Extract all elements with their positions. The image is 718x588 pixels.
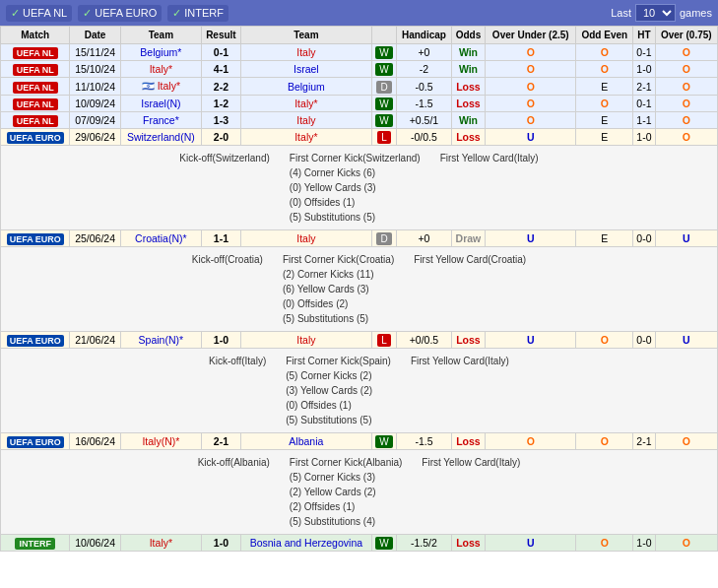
ht-cell: 1-0 bbox=[633, 535, 656, 552]
team1-cell: Italy* bbox=[120, 61, 201, 78]
col-match: Match bbox=[1, 27, 70, 44]
match-type-cell: UEFA EURO bbox=[1, 332, 70, 349]
detail-row: Kick-off(Italy) First Corner Kick(Spain)… bbox=[1, 349, 718, 433]
oe-cell: E bbox=[576, 230, 633, 247]
col-oe: Odd Even bbox=[576, 27, 633, 44]
ou-cell: O bbox=[486, 61, 576, 78]
date-cell: 10/09/24 bbox=[70, 96, 120, 112]
handicap-cell: +0/0.5 bbox=[397, 332, 452, 349]
kickoff-col: Kick-off(Croatia) bbox=[192, 252, 263, 326]
handicap-cell: +0 bbox=[397, 230, 452, 247]
table-row: UEFA NL 07/09/24 France* 1-3 Italy W +0.… bbox=[1, 112, 718, 129]
wdl-cell: L bbox=[372, 129, 397, 146]
oe-cell: O bbox=[576, 96, 633, 112]
over075-cell: O bbox=[655, 44, 717, 61]
ou-cell: U bbox=[486, 535, 576, 552]
odds-cell: Loss bbox=[451, 78, 485, 96]
yellow-col: First Yellow Card(Italy) bbox=[411, 354, 509, 427]
ou-cell: U bbox=[486, 230, 576, 247]
team2-cell: Israel bbox=[240, 61, 371, 78]
result-cell: 1-3 bbox=[202, 112, 241, 129]
col-team2: Team bbox=[240, 27, 371, 44]
col-date: Date bbox=[70, 27, 120, 44]
detail-cell: Kick-off(Switzerland) First Corner Kick(… bbox=[1, 146, 718, 230]
uefa-nl-label: UEFA NL bbox=[23, 7, 67, 19]
uefa-nl-badge: ✓ UEFA NL bbox=[6, 5, 72, 22]
match-type-cell: UEFA EURO bbox=[1, 230, 70, 247]
col-over075: Over (0.75) bbox=[655, 27, 717, 44]
match-type-cell: UEFA NL bbox=[1, 44, 70, 61]
wdl-cell: W bbox=[372, 96, 397, 112]
interf-label: INTERF bbox=[184, 7, 224, 19]
corner-col: First Corner Kick(Switzerland) (4) Corne… bbox=[290, 151, 421, 225]
ou-cell: O bbox=[486, 112, 576, 129]
match-type-cell: INTERF bbox=[1, 535, 70, 552]
check-icon: ✓ bbox=[11, 7, 20, 20]
match-type-cell: UEFA EURO bbox=[1, 433, 70, 450]
oe-cell: E bbox=[576, 78, 633, 96]
table-row: UEFA NL 15/10/24 Italy* 4-1 Israel W -2 … bbox=[1, 61, 718, 78]
wdl-cell: L bbox=[372, 332, 397, 349]
team2-cell: Italy bbox=[240, 230, 371, 247]
oe-cell: E bbox=[576, 129, 633, 146]
main-table: Match Date Team Result Team Handicap Odd… bbox=[0, 26, 718, 552]
team1-cell: Switzerland(N) bbox=[120, 129, 201, 146]
oe-cell: O bbox=[576, 332, 633, 349]
result-cell: 0-1 bbox=[202, 44, 241, 61]
table-row: UEFA EURO 16/06/24 Italy(N)* 2-1 Albania… bbox=[1, 433, 718, 450]
corner-col: First Corner Kick(Spain) (5) Corner Kick… bbox=[286, 354, 391, 427]
over075-cell: O bbox=[655, 96, 717, 112]
kickoff-col: Kick-off(Albania) bbox=[198, 455, 270, 529]
team2-cell: Italy bbox=[240, 44, 371, 61]
col-handicap: Handicap bbox=[397, 27, 452, 44]
date-cell: 15/11/24 bbox=[70, 44, 120, 61]
table-row: UEFA NL 11/10/24 🇮🇱 Italy* 2-2 Belgium D… bbox=[1, 78, 718, 96]
table-row: UEFA EURO 21/06/24 Spain(N)* 1-0 Italy L… bbox=[1, 332, 718, 349]
handicap-cell: -2 bbox=[397, 61, 452, 78]
team1-cell: Spain(N)* bbox=[120, 332, 201, 349]
over075-cell: O bbox=[655, 433, 717, 450]
over075-cell: O bbox=[655, 129, 717, 146]
match-type-cell: UEFA NL bbox=[1, 96, 70, 112]
table-row: UEFA NL 10/09/24 Israel(N) 1-2 Italy* W … bbox=[1, 96, 718, 112]
last-select[interactable]: 10 5 20 bbox=[635, 4, 676, 22]
last-label: Last bbox=[611, 7, 631, 19]
date-cell: 21/06/24 bbox=[70, 332, 120, 349]
odds-cell: Loss bbox=[451, 129, 485, 146]
corner-col: First Corner Kick(Croatia) (2) Corner Ki… bbox=[283, 252, 394, 326]
ou-cell: O bbox=[486, 96, 576, 112]
wdl-cell: W bbox=[372, 44, 397, 61]
table-row: UEFA NL 15/11/24 Belgium* 0-1 Italy W +0… bbox=[1, 44, 718, 61]
odds-cell: Loss bbox=[451, 433, 485, 450]
ht-cell: 0-0 bbox=[633, 332, 656, 349]
team2-cell: Albania bbox=[240, 433, 371, 450]
check-icon-2: ✓ bbox=[83, 7, 92, 20]
handicap-cell: -1.5/2 bbox=[397, 535, 452, 552]
over075-cell: O bbox=[655, 78, 717, 96]
over075-cell: O bbox=[655, 61, 717, 78]
ht-cell: 1-0 bbox=[633, 61, 656, 78]
interf-badge: ✓ INTERF bbox=[167, 5, 228, 22]
oe-cell: O bbox=[576, 535, 633, 552]
ou-cell: O bbox=[486, 433, 576, 450]
over075-cell: O bbox=[655, 535, 717, 552]
team2-cell: Italy bbox=[240, 332, 371, 349]
detail-row: Kick-off(Albania) First Corner Kick(Alba… bbox=[1, 450, 718, 535]
col-odds: Odds bbox=[451, 27, 485, 44]
ht-cell: 1-0 bbox=[633, 129, 656, 146]
games-label: games bbox=[680, 7, 712, 19]
ht-cell: 2-1 bbox=[633, 78, 656, 96]
date-cell: 11/10/24 bbox=[70, 78, 120, 96]
result-cell: 4-1 bbox=[202, 61, 241, 78]
handicap-cell: -0.5 bbox=[397, 78, 452, 96]
over075-cell: O bbox=[655, 112, 717, 129]
ou-cell: O bbox=[486, 78, 576, 96]
table-row: UEFA EURO 29/06/24 Switzerland(N) 2-0 It… bbox=[1, 129, 718, 146]
kickoff-col: Kick-off(Switzerland) bbox=[179, 151, 270, 225]
odds-cell: Draw bbox=[451, 230, 485, 247]
handicap-cell: -1.5 bbox=[397, 433, 452, 450]
date-cell: 16/06/24 bbox=[70, 433, 120, 450]
ou-cell: U bbox=[486, 332, 576, 349]
team2-cell: Bosnia and Herzegovina bbox=[240, 535, 371, 552]
date-cell: 25/06/24 bbox=[70, 230, 120, 247]
